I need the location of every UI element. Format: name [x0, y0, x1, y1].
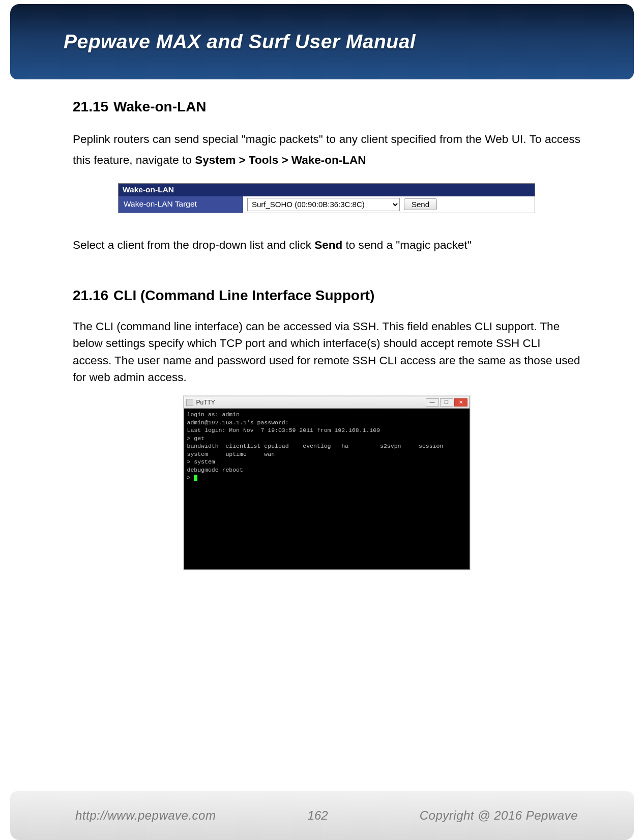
section-title: Wake-on-LAN: [113, 99, 207, 114]
paragraph-wol-instruction: Select a client from the drop-down list …: [73, 236, 580, 255]
terminal-text: login as: admin admin@192.168.1.1's pass…: [187, 411, 444, 481]
putty-icon: [186, 399, 193, 406]
putty-titlebar: PuTTY — ☐ ✕: [184, 396, 470, 409]
send-button[interactable]: Send: [404, 198, 437, 210]
paragraph-cli: The CLI (command line interface) can be …: [73, 318, 580, 386]
row-label: Wake-on-LAN Target: [119, 196, 243, 213]
section-number: 21.15: [73, 99, 108, 115]
terminal-output: login as: admin admin@192.168.1.1's pass…: [184, 409, 470, 569]
nav-path-bold: System > Tools > Wake-on-LAN: [195, 154, 366, 166]
document-title: Pepwave MAX and Surf User Manual: [64, 31, 634, 53]
section-heading-wol: 21.15Wake-on-LAN: [73, 99, 580, 115]
section-title: CLI (Command Line Interface Support): [113, 287, 374, 303]
minimize-button[interactable]: —: [426, 398, 439, 407]
send-bold: Send: [314, 239, 342, 251]
content-area: 21.15Wake-on-LAN Peplink routers can sen…: [0, 79, 644, 570]
footer-band: http://www.pepwave.com 162 Copyright @ 2…: [10, 791, 634, 840]
page: Pepwave MAX and Surf User Manual 21.15Wa…: [0, 4, 644, 840]
cursor-icon: [194, 475, 197, 481]
paragraph-wol-intro: Peplink routers can send special "magic …: [73, 129, 580, 171]
panel-row: Wake-on-LAN Target Surf_SOHO (00:90:0B:3…: [119, 196, 535, 213]
putty-title-text: PuTTY: [196, 399, 426, 406]
panel-title: Wake-on-LAN: [119, 184, 535, 196]
close-button[interactable]: ✕: [454, 398, 467, 407]
section-heading-cli: 21.16CLI (Command Line Interface Support…: [73, 287, 580, 304]
wol-target-select[interactable]: Surf_SOHO (00:90:0B:36:3C:8C): [247, 198, 400, 211]
text-run: to send a "magic packet": [342, 239, 472, 251]
putty-window: PuTTY — ☐ ✕ login as: admin admin@192.16…: [184, 396, 470, 570]
section-number: 21.16: [73, 287, 108, 304]
window-buttons: — ☐ ✕: [426, 398, 467, 407]
footer-copyright: Copyright @ 2016 Pepwave: [420, 808, 578, 823]
wake-on-lan-panel: Wake-on-LAN Wake-on-LAN Target Surf_SOHO…: [118, 183, 535, 213]
text-run: Select a client from the drop-down list …: [73, 239, 314, 251]
header-band: Pepwave MAX and Surf User Manual: [10, 4, 634, 79]
maximize-button[interactable]: ☐: [440, 398, 453, 407]
row-controls: Surf_SOHO (00:90:0B:36:3C:8C) Send: [243, 196, 535, 213]
footer-page-number: 162: [308, 808, 328, 823]
footer-url: http://www.pepwave.com: [75, 808, 216, 823]
